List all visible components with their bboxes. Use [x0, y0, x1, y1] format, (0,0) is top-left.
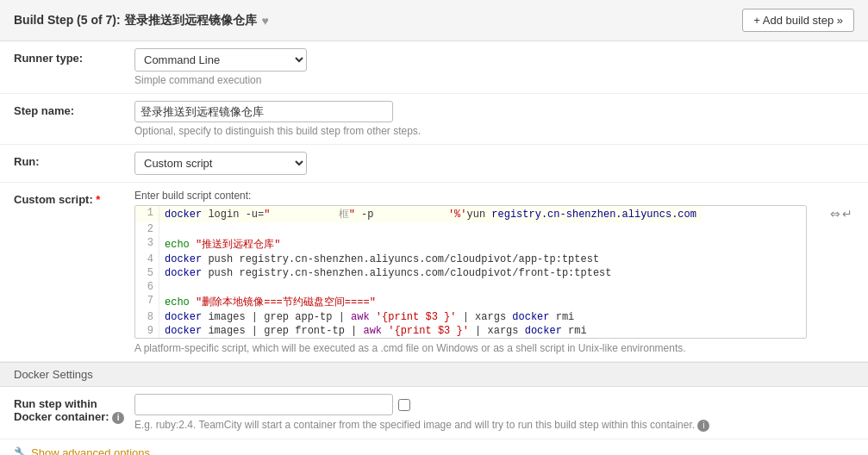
docker-field: E.g. ruby:2.4. TeamCity will start a con… [134, 394, 854, 432]
show-advanced-options-link[interactable]: 🔧 Show advanced options [14, 446, 854, 455]
page-header: Build Step (5 of 7): 登录推送到远程镜像仓库 ♥ + Add… [0, 0, 868, 41]
script-footer-hint: A platform-specific script, which will b… [134, 342, 807, 354]
runner-type-row: Runner type: Command Line Simple command… [0, 41, 868, 94]
script-header: Enter build script content: [134, 190, 854, 202]
custom-script-field: Enter build script content: 1 docker log… [134, 190, 854, 354]
form-body: Runner type: Command Line Simple command… [0, 41, 868, 362]
runner-type-hint: Simple command execution [134, 74, 854, 86]
docker-checkbox[interactable] [398, 399, 410, 411]
heart-icon[interactable]: ♥ [262, 14, 269, 28]
run-select[interactable]: Custom script [134, 152, 307, 175]
step-name-field: Optional, specify to distinguish this bu… [134, 101, 854, 137]
code-line-6: 6 [135, 280, 702, 294]
page-container: Build Step (5 of 7): 登录推送到远程镜像仓库 ♥ + Add… [0, 0, 868, 455]
advanced-options-section: 🔧 Show advanced options [0, 439, 868, 455]
step-name-hint: Optional, specify to distinguish this bu… [134, 125, 854, 137]
runner-type-field: Command Line Simple command execution [134, 48, 854, 86]
required-indicator: * [96, 193, 100, 206]
code-line-1: 1 docker login -u=" 框" -p '%'yun registr… [135, 206, 702, 222]
runner-type-label: Runner type: [14, 48, 134, 65]
run-field: Custom script [134, 152, 854, 175]
code-line-8: 8 docker images | grep app-tp | awk '{pr… [135, 310, 702, 324]
docker-input-row [134, 394, 410, 415]
run-label: Run: [14, 152, 134, 168]
code-editor[interactable]: 1 docker login -u=" 框" -p '%'yun registr… [134, 205, 807, 339]
add-build-step-label: + Add build step » [753, 14, 843, 27]
custom-script-row: Custom script: * Enter build script cont… [0, 183, 868, 362]
editor-icons: ⇔ ↵ [828, 205, 854, 222]
code-line-9: 9 docker images | grep front-tp | awk '{… [135, 324, 702, 338]
step-name-row: Step name: Optional, specify to distingu… [0, 94, 868, 145]
step-name-input[interactable] [134, 101, 393, 122]
add-build-step-button[interactable]: + Add build step » [742, 9, 854, 32]
docker-label: Run step within Docker container: i [14, 394, 134, 424]
code-line-4: 4 docker push registry.cn-shenzhen.aliyu… [135, 252, 702, 266]
advanced-options-label: Show advanced options [31, 446, 150, 455]
docker-image-input[interactable] [134, 394, 393, 415]
editor-icon-1[interactable]: ⇔ [830, 207, 840, 221]
docker-settings-row: Run step within Docker container: i E.g.… [0, 387, 868, 439]
code-editor-wrapper: 1 docker login -u=" 框" -p '%'yun registr… [134, 205, 854, 339]
code-line-7: 7 echo "删除本地镜像===节约磁盘空间====" [135, 294, 702, 310]
docker-hint: E.g. ruby:2.4. TeamCity will start a con… [134, 419, 709, 432]
run-row: Run: Custom script [0, 145, 868, 183]
code-line-3: 3 echo "推送到远程仓库" [135, 236, 702, 252]
docker-run-label: Run step within Docker container: [14, 397, 109, 423]
docker-settings-header: Docker Settings [0, 362, 868, 387]
page-title: Build Step (5 of 7): 登录推送到远程镜像仓库 ♥ [14, 13, 269, 28]
code-line-5: 5 docker push registry.cn-shenzhen.aliyu… [135, 266, 702, 280]
runner-type-select[interactable]: Command Line [134, 48, 307, 72]
wrench-icon: 🔧 [14, 446, 28, 455]
custom-script-label: Custom script: * [14, 190, 134, 206]
editor-icon-2[interactable]: ↵ [842, 207, 852, 221]
docker-hint-info-icon[interactable]: i [697, 420, 709, 432]
title-text: Build Step (5 of 7): 登录推送到远程镜像仓库 [14, 13, 257, 28]
docker-info-icon[interactable]: i [112, 412, 124, 424]
code-line-2: 2 [135, 222, 702, 236]
step-name-label: Step name: [14, 101, 134, 117]
